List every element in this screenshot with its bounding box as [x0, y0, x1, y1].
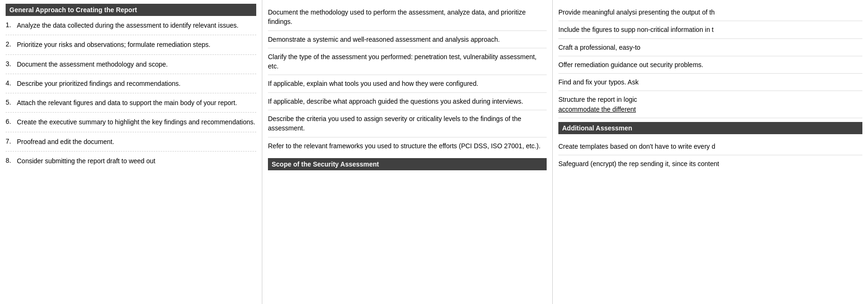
col3-additional-header: Additional Assessmen	[558, 122, 862, 134]
list-number: 6.	[6, 117, 17, 127]
list-item: 4.Describe your prioritized findings and…	[6, 79, 256, 93]
list-text: Consider submitting the report draft to …	[17, 156, 156, 166]
list-item: Create templates based on don't have to …	[558, 138, 862, 155]
list-number: 3.	[6, 60, 17, 69]
list-text: Attach the relevant figures and data to …	[17, 98, 237, 107]
list-text: Describe your prioritized findings and r…	[17, 79, 180, 88]
list-item: Find and fix your typos. Ask	[558, 74, 862, 91]
col2-bullet-list: Document the methodology used to perform…	[268, 4, 547, 154]
list-item: 2.Prioritize your risks and observations…	[6, 40, 256, 54]
list-text: Prioritize your risks and observations; …	[17, 40, 210, 49]
list-item: 5.Attach the relevant figures and data t…	[6, 98, 256, 113]
page-container: General Approach to Creating the Report …	[0, 0, 868, 304]
list-number: 8.	[6, 156, 17, 166]
list-item: Structure the report in logicaccommodate…	[558, 91, 862, 118]
list-number: 5.	[6, 98, 17, 107]
list-item: Include the figures to supp non-critical…	[558, 21, 862, 38]
list-number: 1.	[6, 21, 17, 30]
column-3: Provide meaningful analysi presenting th…	[553, 0, 868, 304]
list-number: 2.	[6, 40, 17, 49]
list-item: 8.Consider submitting the report draft t…	[6, 156, 256, 170]
col3-bottom-list: Create templates based on don't have to …	[558, 138, 862, 173]
column-2: Document the methodology used to perform…	[262, 0, 553, 304]
column-1: General Approach to Creating the Report …	[0, 0, 262, 304]
list-text: Document the assessment methodology and …	[17, 60, 168, 69]
list-item: Refer to the relevant frameworks you use…	[268, 137, 547, 154]
list-item: If applicable, describe what approach gu…	[268, 93, 547, 110]
col1-section-header: General Approach to Creating the Report	[6, 4, 256, 16]
list-item: 1.Analyze the data collected during the …	[6, 21, 256, 35]
list-text: Analyze the data collected during the as…	[17, 21, 238, 30]
list-item: Clarify the type of the assessment you p…	[268, 48, 547, 76]
list-item: 6.Create the executive summary to highli…	[6, 117, 256, 132]
list-item: Provide meaningful analysi presenting th…	[558, 4, 862, 21]
col2-scope-header: Scope of the Security Assessment	[268, 158, 547, 170]
list-number: 4.	[6, 79, 17, 88]
list-text: Proofread and edit the document.	[17, 137, 114, 146]
list-text: Create the executive summary to highligh…	[17, 117, 255, 127]
list-item: Document the methodology used to perform…	[268, 4, 547, 31]
list-item: 3.Document the assessment methodology an…	[6, 60, 256, 74]
list-item: Safeguard (encrypt) the rep sending it, …	[558, 155, 862, 172]
list-item: Demonstrate a systemic and well-reasoned…	[268, 31, 547, 48]
col1-numbered-list: 1.Analyze the data collected during the …	[6, 21, 256, 170]
list-item: Describe the criteria you used to assign…	[268, 110, 547, 137]
list-item: If applicable, explain what tools you us…	[268, 75, 547, 92]
list-number: 7.	[6, 137, 17, 146]
list-item: Offer remediation guidance out security …	[558, 56, 862, 74]
list-item: 7.Proofread and edit the document.	[6, 137, 256, 152]
list-item: Craft a professional, easy-to	[558, 39, 862, 56]
col3-top-list: Provide meaningful analysi presenting th…	[558, 4, 862, 118]
